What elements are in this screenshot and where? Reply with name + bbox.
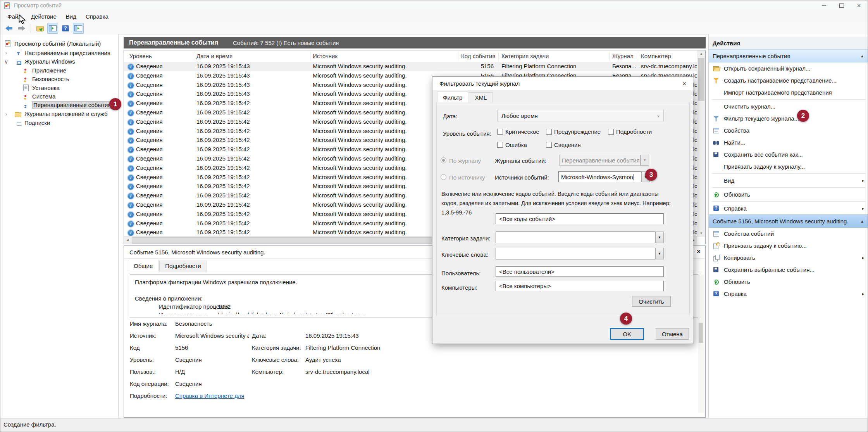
actions-section-header[interactable]: Событие 5156, Microsoft Windows security… — [709, 214, 868, 228]
event-sources-combobox[interactable]: Microsoft-Windows-Sysmon ▼ — [558, 171, 650, 182]
collapse-icon[interactable]: ▲ — [860, 54, 864, 58]
column-header-Источник[interactable]: Источник — [313, 53, 338, 59]
tab-details[interactable]: Подробности — [159, 261, 207, 272]
dropdown-arrow-icon[interactable]: ▼ — [641, 155, 649, 166]
tab-filter[interactable]: Фильтр — [437, 92, 468, 102]
details-scroll-thumb[interactable] — [699, 323, 703, 343]
tab-general[interactable]: Общие — [128, 260, 158, 271]
event-source: Microsoft Windows security auditing. — [313, 146, 407, 152]
action-item-Создать настраиваемое представление...[interactable]: Создать настраиваемое представление... — [709, 74, 868, 86]
column-header-Категория задачи[interactable]: Категория задачи — [501, 53, 549, 59]
action-item-Обновить[interactable]: Обновить — [709, 276, 868, 288]
close-button[interactable]: × — [850, 0, 868, 10]
event-ids-input[interactable]: <Все коды событий> — [496, 213, 664, 224]
back-button[interactable] — [3, 23, 14, 34]
dialog-title-bar[interactable]: Фильтровать текущий журнал — [432, 77, 693, 90]
task-category-value[interactable] — [496, 232, 655, 243]
tree-item-Журналы Windows[interactable]: ∨Журналы Windows — [0, 57, 117, 66]
event-list-vertical-scrollbar[interactable]: ▲ ▼ — [697, 50, 705, 237]
action-item-Импорт настраиваемого представления[interactable]: Импорт настраиваемого представления — [709, 86, 868, 98]
column-header-Компьютер[interactable]: Компьютер — [641, 53, 671, 59]
scroll-down-icon[interactable]: ▼ — [697, 230, 705, 237]
collapse-icon[interactable]: ▲ — [860, 219, 864, 223]
tree-item-Настраиваемые представления[interactable]: ›Настраиваемые представления — [0, 48, 117, 57]
checkbox-Сведения[interactable] — [546, 142, 552, 148]
console-tree-folder-button[interactable] — [34, 23, 45, 34]
menu-item-Действие[interactable]: Действие — [26, 11, 61, 22]
action-item-Открыть сохраненный журнал...[interactable]: Открыть сохраненный журнал... — [709, 62, 868, 74]
column-header-Дата и время[interactable]: Дата и время — [196, 53, 232, 59]
checkbox-Предупреждение[interactable] — [546, 129, 552, 135]
help-icon — [713, 290, 720, 297]
cancel-button[interactable]: Отмена — [656, 328, 689, 340]
tree-item-Подписки[interactable]: Подписки — [0, 118, 117, 127]
tree-item-Журналы приложений и служб[interactable]: ›Журналы приложений и служб — [0, 110, 117, 118]
scroll-left-icon[interactable]: ◄ — [124, 237, 131, 244]
menu-item-Справка[interactable]: Справка — [81, 11, 113, 22]
by-source-radio[interactable] — [441, 174, 446, 180]
app-name-value: \device\harddiskvolume4\windows\system32… — [218, 311, 365, 314]
action-item-Справка[interactable]: Справка► — [709, 288, 868, 300]
tree-item-Перенаправленные события[interactable]: Перенаправленные события — [0, 101, 117, 109]
details-scrollbar[interactable] — [698, 275, 704, 413]
details-close-icon[interactable]: × — [694, 247, 703, 256]
tab-xml[interactable]: XML — [469, 92, 493, 103]
action-item-Обновить[interactable]: Обновить — [709, 188, 868, 200]
event-level: Сведения — [136, 164, 163, 171]
action-item-label: Обновить — [724, 191, 750, 198]
dialog-close-icon[interactable]: × — [680, 79, 689, 88]
forward-button[interactable] — [16, 23, 27, 34]
event-logs-combobox[interactable]: Перенаправленные события ▼ — [559, 155, 649, 166]
tree-expander-icon[interactable]: ∨ — [3, 59, 9, 65]
task-category-combobox[interactable]: ▼ — [496, 232, 664, 243]
maximize-button[interactable] — [833, 0, 850, 10]
dropdown-arrow-icon[interactable]: ▼ — [655, 232, 664, 243]
column-header-Журнал[interactable]: Журнал — [612, 53, 634, 59]
checkbox-Подробности[interactable] — [608, 129, 614, 135]
action-item-Вид[interactable]: Вид► — [709, 175, 868, 187]
column-header-Уровень[interactable]: Уровень — [129, 53, 152, 59]
column-header-Код события[interactable]: Код события — [461, 53, 495, 59]
tree-expander-icon[interactable]: › — [3, 50, 9, 56]
show-hide-action-pane-button[interactable] — [73, 23, 84, 34]
help-button[interactable]: ? — [60, 23, 71, 34]
show-hide-console-tree-button[interactable] — [47, 23, 58, 34]
minimize-button[interactable] — [815, 0, 833, 10]
dropdown-arrow-icon[interactable]: ▼ — [655, 248, 664, 259]
action-item-Привязать задачу к журналу...[interactable]: Привязать задачу к журналу... — [709, 161, 868, 173]
clear-button[interactable]: Очистить — [632, 296, 671, 307]
action-item-Фильтр текущего журнала...[interactable]: Фильтр текущего журнала... — [709, 112, 868, 124]
event-row[interactable]: iСведения16.09.2025 19:15:43Microsoft Wi… — [124, 62, 697, 71]
user-input[interactable]: <Все пользователи> — [496, 266, 664, 277]
action-item-Копировать[interactable]: Копировать► — [709, 252, 868, 264]
action-item-Сохранить все события как...[interactable]: Сохранить все события как... — [709, 149, 868, 161]
action-item-label: Привязать задачу к событию... — [724, 242, 807, 249]
keywords-combobox[interactable]: ▼ — [496, 248, 664, 259]
checkbox-Ошибка[interactable] — [497, 142, 503, 148]
action-item-Справка[interactable]: Справка► — [709, 202, 868, 214]
event-sources-value[interactable]: Microsoft-Windows-Sysmon — [558, 171, 641, 182]
action-item-Найти...[interactable]: Найти... — [709, 137, 868, 149]
date-combobox[interactable]: Любое время ∨ — [497, 110, 664, 121]
tree-expander-icon[interactable]: › — [3, 111, 9, 117]
computers-input[interactable]: <Все компьютеры> — [496, 281, 664, 291]
checkbox-Критическое[interactable] — [497, 129, 503, 135]
online-help-link[interactable]: Справка в Интернете для — [175, 392, 245, 399]
keywords-value[interactable] — [496, 248, 655, 259]
vertical-scroll-thumb[interactable] — [698, 58, 704, 101]
tree-root[interactable]: Просмотр событий (Локальный) — [0, 39, 117, 48]
action-item-Очистить журнал...[interactable]: Очистить журнал... — [709, 100, 868, 112]
by-log-radio[interactable] — [441, 157, 446, 163]
action-item-Сохранить выбранные события...[interactable]: Сохранить выбранные события... — [709, 264, 868, 276]
action-item-Свойства событий[interactable]: Свойства событий — [709, 228, 868, 240]
ok-button[interactable]: OK — [610, 328, 644, 340]
tree-item-Приложение[interactable]: Приложение — [0, 66, 117, 74]
menu-item-Вид[interactable]: Вид — [61, 11, 81, 22]
tree-item-Безопасность[interactable]: Безопасность — [0, 75, 117, 83]
action-item-Привязать задачу к событию...[interactable]: Привязать задачу к событию... — [709, 240, 868, 252]
action-item-Свойства[interactable]: Свойства — [709, 124, 868, 137]
tree-item-Система[interactable]: Система — [0, 92, 117, 101]
tree-item-Установка[interactable]: Установка — [0, 83, 117, 92]
scroll-up-icon[interactable]: ▲ — [697, 50, 705, 57]
actions-section-header[interactable]: Перенаправленные события▲ — [709, 49, 868, 62]
